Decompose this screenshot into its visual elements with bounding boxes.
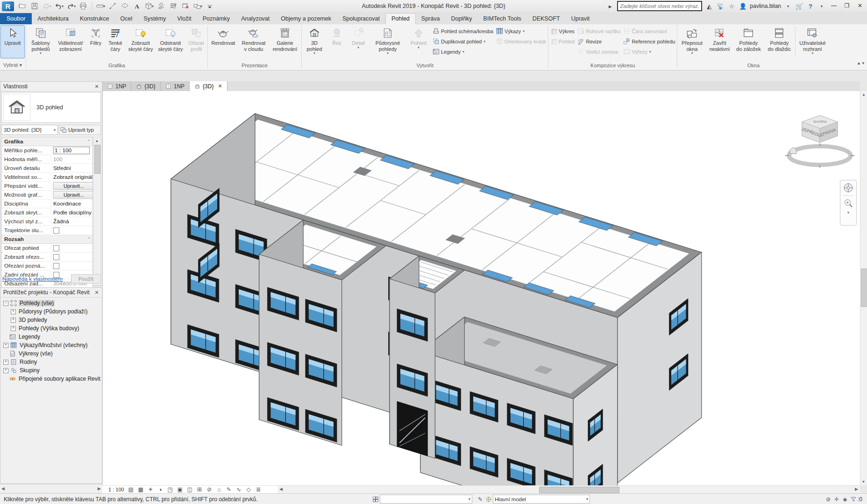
view-tab-1np[interactable]: 1NP [102, 81, 131, 91]
ribbon-tab-pozn-mky[interactable]: Poznámky [197, 14, 235, 24]
ribbon-button-šablony-pohledů[interactable]: Šablony pohledů▾ [27, 25, 54, 58]
property-row[interactable]: DisciplínaKoordinace [2, 199, 92, 208]
measure-button[interactable]: ▾ [95, 1, 106, 11]
ribbon-tab-syst-my[interactable]: Systémy [138, 14, 171, 24]
checkbox[interactable] [53, 227, 59, 234]
revit-logo[interactable]: R [2, 1, 14, 11]
property-row[interactable]: Přepsání vidit...Upravit... [2, 182, 92, 191]
property-row[interactable]: Trajektorie slu... [2, 226, 92, 235]
app-store-cart-icon[interactable]: 🛒 [795, 3, 803, 10]
thin-lines-small-button[interactable] [168, 1, 179, 11]
visual-style-icon[interactable]: ▦ [137, 486, 144, 493]
ribbon-button-filtry[interactable]: Filtry [87, 25, 105, 58]
crop-view-icon[interactable]: ▣ [177, 486, 184, 493]
ribbon-tab-upravit[interactable]: Upravit [566, 14, 596, 24]
render-dialog-icon[interactable]: ◳ [167, 486, 174, 493]
worksets-icon[interactable] [371, 496, 380, 503]
tree-item-3d-pohledy[interactable]: +3D pohledy [2, 316, 102, 324]
type-combo[interactable]: 3D pohled: {3D}▾ [1, 125, 58, 135]
user-icon[interactable]: 👤 [739, 3, 747, 10]
dropdown-caret[interactable]: ▾ [649, 50, 651, 54]
user-dropdown-caret[interactable]: ▾ [784, 4, 792, 8]
ribbon-tab-vlo-it[interactable]: Vložit [171, 14, 197, 24]
ribbon-button-viditelnost-zobrazení[interactable]: Viditelnost/ zobrazení [55, 25, 86, 58]
apply-button[interactable]: Použít [71, 274, 101, 284]
steering-wheel-icon[interactable] [843, 182, 854, 193]
undo-button[interactable]: ▾ [53, 1, 64, 11]
ribbon-tab-objemy-a-pozemek[interactable]: Objemy a pozemek [275, 14, 337, 24]
checkbox[interactable] [53, 254, 59, 260]
tree-item-výkazy-množství-všechny-[interactable]: +Výkazy/Množství (všechny) [2, 341, 102, 349]
active-workset-dropdown[interactable]: ▾ [380, 495, 472, 504]
tree-expander-icon[interactable]: + [11, 326, 16, 331]
ribbon-button-duplikovat-pohled[interactable]: Duplikovat pohled▾ [431, 36, 495, 46]
search-input[interactable] [617, 1, 702, 11]
open-button[interactable] [17, 1, 28, 11]
ribbon-button-pohledy-do-dlaždic[interactable]: Pohledy do dlaždic [764, 25, 794, 58]
ribbon-button-reference-pohledu[interactable]: 1Reference pohledu [622, 36, 676, 46]
ribbon-tab-ocel[interactable]: Ocel [115, 14, 138, 24]
property-row[interactable]: Možnosti graf...Upravit... [2, 191, 92, 199]
navbar-caret-icon[interactable]: ▼ [846, 211, 850, 215]
property-section-rozsah[interactable]: Rozsah⌃ [2, 235, 92, 244]
navigation-bar[interactable]: ▼ [840, 180, 857, 226]
design-options-icon[interactable] [484, 496, 493, 503]
ribbon-button-pohled-schéma-kresba[interactable]: Pohled schéma/kresba [431, 26, 495, 36]
ribbon-button-odstranit-skryté-čáry[interactable]: Odstranit skryté čáry [156, 25, 185, 58]
scroll-thumb[interactable] [94, 145, 100, 174]
ribbon-tab-deksoft[interactable]: DEKSOFT [527, 14, 566, 24]
collapse-search-icon[interactable]: ▸ [606, 3, 614, 10]
dropdown-caret[interactable]: ▾ [313, 52, 315, 55]
ribbon-button-upravit[interactable]: Upravit [0, 25, 25, 58]
show-crop-region-icon[interactable]: ◫ [186, 486, 193, 493]
ribbon-button-uživatelské-rozhraní[interactable]: Uživatelské rozhraní▾ [796, 25, 828, 58]
properties-scrollbar[interactable]: ▲ ▼ [93, 137, 101, 280]
detail-level-icon[interactable]: ▤ [128, 486, 135, 493]
scroll-thumb[interactable] [539, 487, 619, 493]
close-hidden-windows-button[interactable] [180, 1, 191, 11]
temporary-view-properties-icon[interactable]: ⌂ [216, 486, 223, 493]
ribbon-button-půdorysné-pohledy[interactable]: Půdorysné pohledy▾ [370, 25, 405, 58]
tree-expander-icon[interactable]: + [3, 343, 8, 348]
ribbon-button-legendy[interactable]: Legendy▾ [431, 47, 495, 57]
communication-center-icon[interactable]: 📡 [716, 3, 725, 10]
scroll-left-icon[interactable]: ◀ [1, 486, 5, 491]
ribbon-tab-soubor[interactable]: Soubor [0, 13, 32, 24]
tree-expander-icon[interactable]: + [11, 309, 16, 314]
ribbon-button-tenké-čáry[interactable]: Tenké čáry [106, 25, 125, 58]
scale-control[interactable]: 1 : 100 [108, 486, 125, 493]
ribbon-button-pohledy-do-záložek[interactable]: Pohledy do záložek [733, 25, 763, 58]
properties-help-link[interactable]: Nápověda k vlastnostem [1, 276, 63, 282]
save-button[interactable] [29, 1, 40, 11]
scroll-down-icon[interactable]: ▼ [860, 478, 867, 485]
property-row[interactable]: Ořezání pozná... [2, 262, 92, 270]
tag-button[interactable]: 1 [119, 1, 130, 11]
tree-expander-icon[interactable]: − [3, 301, 8, 306]
property-row[interactable]: Úroveň detailuStřední [2, 164, 92, 173]
ribbon-tab-dopl-ky[interactable]: Doplňky [445, 14, 477, 24]
edit-type-button[interactable]: Upravit typ [59, 125, 101, 135]
type-selector[interactable]: 3D pohled [1, 92, 101, 123]
ribbon-tab-architektura[interactable]: Architektura [32, 14, 74, 24]
property-section-grafika[interactable]: Grafika⌃ [2, 137, 92, 146]
dropdown-caret[interactable]: ▾ [691, 52, 693, 55]
view-tab-1np[interactable]: 1NP [161, 81, 190, 91]
scroll-up-icon[interactable]: ▲ [93, 137, 100, 144]
dropdown-caret[interactable]: ▾ [523, 29, 525, 33]
checkbox[interactable] [53, 263, 59, 269]
tree-item-pohledy-vše-[interactable]: −Pohledy (vše) [2, 299, 102, 307]
ribbon-tab-konstrukce[interactable]: Konstrukce [74, 14, 115, 24]
scroll-left-icon[interactable]: ◀ [279, 487, 283, 491]
ribbon-button-3d-pohled[interactable]: 3D pohled▾ [303, 25, 326, 58]
press-drag-icon[interactable]: ✛ [832, 496, 841, 503]
favorites-star-icon[interactable]: ☆ [727, 3, 736, 10]
tree-item-rodiny[interactable]: +Rodiny [2, 358, 102, 366]
section-button[interactable] [156, 1, 167, 11]
edit-button[interactable]: Upravit... [53, 182, 92, 190]
scroll-thumb[interactable] [861, 269, 867, 307]
exclude-options-icon[interactable]: ⊘ [824, 496, 832, 503]
checkbox[interactable] [53, 245, 59, 251]
ribbon-tab-spolupracovat[interactable]: Spolupracovat [337, 14, 385, 24]
property-row[interactable]: Měřítko pohle...1 : 100 [2, 146, 92, 155]
edit-button[interactable]: Upravit... [53, 191, 92, 199]
